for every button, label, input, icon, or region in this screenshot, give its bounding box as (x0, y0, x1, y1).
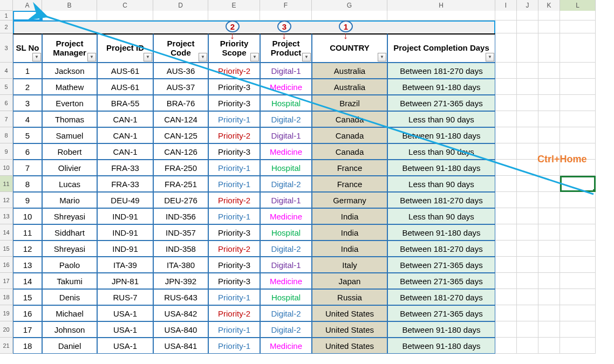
table-cell[interactable]: 6 (13, 143, 42, 160)
row-header-21[interactable]: 21 (0, 338, 13, 354)
table-cell[interactable]: Between 271-365 days (387, 257, 495, 273)
table-cell[interactable]: Canada (312, 127, 387, 143)
col-header-f[interactable]: F (260, 0, 312, 11)
table-cell[interactable]: Priority-1 (208, 338, 260, 354)
table-cell[interactable]: Between 271-365 days (387, 95, 495, 111)
table-cell[interactable]: Less than 90 days (387, 111, 495, 127)
empty-cell[interactable] (495, 289, 517, 305)
empty-cell[interactable] (495, 111, 517, 127)
table-cell[interactable]: Brazil (312, 95, 387, 111)
table-cell[interactable]: Priority-2 (208, 127, 260, 143)
empty-cell[interactable] (560, 257, 596, 273)
table-cell[interactable]: DEU-276 (153, 192, 208, 208)
table-cell[interactable]: Priority-1 (208, 289, 260, 305)
empty-cell[interactable] (517, 289, 538, 305)
header-project-id[interactable]: Project ID▼ (97, 33, 153, 63)
table-cell[interactable]: RUS-7 (97, 289, 153, 305)
table-cell[interactable]: Between 91-180 days (387, 224, 495, 241)
row-header-20[interactable]: 20 (0, 321, 13, 338)
empty-cell[interactable] (538, 192, 560, 208)
empty-cell[interactable] (495, 79, 517, 95)
table-cell[interactable]: Russia (312, 289, 387, 305)
col-header-d[interactable]: D (153, 0, 208, 11)
empty-cell[interactable] (495, 127, 517, 143)
col-header-j[interactable]: J (517, 0, 538, 11)
table-cell[interactable]: CAN-1 (97, 143, 153, 160)
active-cell-l11[interactable] (560, 176, 596, 192)
table-cell[interactable]: Jackson (42, 63, 97, 79)
filter-dropdown-icon[interactable]: ▼ (199, 53, 207, 61)
table-cell[interactable]: IND-91 (97, 241, 153, 257)
table-cell[interactable]: 2 (13, 79, 42, 95)
filter-dropdown-icon[interactable]: ▼ (378, 53, 386, 61)
table-cell[interactable]: FRA-33 (97, 160, 153, 176)
filter-dropdown-icon[interactable]: ▼ (87, 53, 96, 61)
row-header-4[interactable]: 4 (0, 63, 13, 79)
table-cell[interactable]: Priority-2 (208, 63, 260, 79)
row-header-13[interactable]: 13 (0, 208, 13, 224)
table-cell[interactable]: 11 (13, 224, 42, 241)
empty-cell[interactable] (560, 95, 596, 111)
empty-cell[interactable] (517, 95, 538, 111)
empty-cell[interactable] (560, 111, 596, 127)
table-cell[interactable]: India (312, 224, 387, 241)
empty-cell[interactable] (560, 192, 596, 208)
table-cell[interactable]: ITA-380 (153, 257, 208, 273)
empty-cell[interactable] (517, 273, 538, 289)
table-cell[interactable]: RUS-643 (153, 289, 208, 305)
table-cell[interactable]: Medicine (260, 143, 312, 160)
col-header-e[interactable]: E (208, 0, 260, 11)
table-cell[interactable]: Hospital (260, 160, 312, 176)
table-cell[interactable]: Priority-1 (208, 160, 260, 176)
empty-cell[interactable] (538, 63, 560, 79)
col-header-h[interactable]: H (387, 0, 495, 11)
row-header-16[interactable]: 16 (0, 257, 13, 273)
empty-cell[interactable] (560, 127, 596, 143)
empty-cell[interactable] (517, 79, 538, 95)
table-cell[interactable]: Between 271-365 days (387, 273, 495, 289)
filter-dropdown-icon[interactable]: ▼ (144, 53, 152, 61)
table-cell[interactable]: IND-91 (97, 224, 153, 241)
table-cell[interactable]: Shreyasi (42, 208, 97, 224)
header-sl-no[interactable]: SL No▼ (13, 33, 42, 63)
table-cell[interactable]: Lucas (42, 176, 97, 192)
row-header-5[interactable]: 5 (0, 79, 13, 95)
empty-cell[interactable] (560, 273, 596, 289)
empty-cell[interactable] (517, 143, 538, 160)
table-cell[interactable]: Between 271-365 days (387, 305, 495, 321)
empty-cell[interactable] (538, 289, 560, 305)
table-cell[interactable]: Between 91-180 days (387, 160, 495, 176)
table-cell[interactable]: Priority-1 (208, 208, 260, 224)
table-cell[interactable]: Hospital (260, 289, 312, 305)
table-cell[interactable]: Priority-2 (208, 192, 260, 208)
table-cell[interactable]: Denis (42, 289, 97, 305)
row-header-2[interactable]: 2 (0, 20, 13, 33)
table-cell[interactable]: USA-1 (97, 338, 153, 354)
table-cell[interactable]: Priority-2 (208, 305, 260, 321)
empty-cell[interactable] (538, 305, 560, 321)
empty-cell[interactable] (495, 305, 517, 321)
table-cell[interactable]: 1 (13, 63, 42, 79)
table-cell[interactable]: CAN-1 (97, 127, 153, 143)
table-cell[interactable]: CAN-124 (153, 111, 208, 127)
table-cell[interactable]: Priority-3 (208, 257, 260, 273)
table-cell[interactable]: 12 (13, 241, 42, 257)
empty-cell[interactable] (517, 257, 538, 273)
row-header-9[interactable]: 9 (0, 143, 13, 160)
empty-cell[interactable] (495, 176, 517, 192)
select-all-corner[interactable] (0, 0, 13, 11)
empty-cell[interactable] (538, 321, 560, 338)
empty-cell[interactable] (495, 143, 517, 160)
empty-cell[interactable] (517, 338, 538, 354)
table-cell[interactable]: United States (312, 305, 387, 321)
col-header-a[interactable]: A (13, 0, 42, 11)
table-cell[interactable]: Olivier (42, 160, 97, 176)
empty-cell[interactable] (517, 111, 538, 127)
table-cell[interactable]: USA-1 (97, 305, 153, 321)
empty-cell[interactable] (517, 160, 538, 176)
empty-cell[interactable] (538, 241, 560, 257)
table-cell[interactable]: India (312, 208, 387, 224)
row-header-7[interactable]: 7 (0, 111, 13, 127)
table-cell[interactable]: 4 (13, 111, 42, 127)
empty-cell[interactable] (538, 111, 560, 127)
